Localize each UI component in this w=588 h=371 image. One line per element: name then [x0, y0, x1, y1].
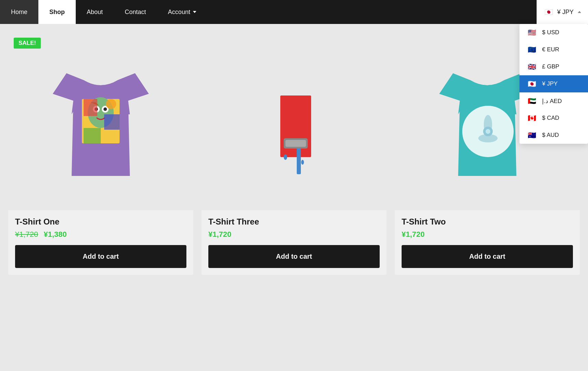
navigation: Home Shop About Contact Account 🇯🇵 ¥ JPY… — [0, 0, 588, 24]
currency-chevron-icon — [578, 11, 581, 13]
selected-currency-flag: 🇯🇵 — [543, 8, 554, 16]
flag-jpy: 🇯🇵 — [526, 80, 537, 88]
nav-contact[interactable]: Contact — [114, 0, 157, 24]
svg-point-22 — [486, 129, 490, 134]
product-card-tshirt-one: SALE! — [8, 32, 193, 275]
product-price-tshirt-three: ¥1,720 — [208, 230, 380, 239]
currency-option-aed[interactable]: 🇦🇪 د.إ AED — [519, 92, 588, 110]
currency-selector-button[interactable]: 🇯🇵 ¥ JPY — [537, 0, 588, 24]
tshirt-one-svg — [46, 46, 156, 196]
svg-point-15 — [301, 160, 304, 165]
currency-option-eur[interactable]: 🇪🇺 € EUR — [519, 41, 588, 58]
shop-grid: SALE! — [0, 24, 588, 283]
product-price-tshirt-two: ¥1,720 — [402, 230, 573, 239]
product-info-tshirt-two: T-Shirt Two ¥1,720 — [395, 210, 580, 245]
add-to-cart-tshirt-one[interactable]: Add to cart — [15, 245, 186, 268]
add-to-cart-tshirt-two[interactable]: Add to cart — [402, 245, 573, 268]
currency-option-aud[interactable]: 🇦🇺 $ AUD — [519, 127, 588, 144]
product-name-tshirt-two: T-Shirt Two — [402, 217, 573, 227]
currency-option-cad[interactable]: 🇨🇦 $ CAD — [519, 110, 588, 127]
svg-rect-11 — [297, 147, 301, 174]
svg-point-5 — [103, 107, 107, 111]
selected-currency-label: ¥ JPY — [557, 9, 574, 16]
nav-shop[interactable]: Shop — [38, 0, 76, 24]
nav-home[interactable]: Home — [0, 0, 38, 24]
product-name-tshirt-three: T-Shirt Three — [208, 217, 380, 227]
svg-rect-13 — [285, 140, 306, 147]
product-card-tshirt-three: T-Shirt Three ¥1,720 Add to cart — [201, 32, 387, 275]
currency-option-gbp[interactable]: 🇬🇧 £ GBP — [519, 58, 588, 75]
product-price-tshirt-one: ¥1,720 ¥1,380 — [15, 230, 186, 239]
svg-rect-6 — [84, 99, 97, 116]
currency-option-jpy[interactable]: 🇯🇵 ¥ JPY — [519, 75, 588, 92]
flag-aud: 🇦🇺 — [526, 131, 537, 139]
sale-price-tshirt-one: ¥1,380 — [44, 230, 66, 239]
svg-rect-7 — [104, 114, 120, 130]
price-tshirt-two: ¥1,720 — [402, 230, 425, 239]
product-info-tshirt-one: T-Shirt One ¥1,720 ¥1,380 — [8, 210, 193, 245]
nav-account[interactable]: Account — [157, 0, 207, 24]
product-image-tshirt-three — [201, 32, 387, 210]
flag-eur: 🇪🇺 — [526, 46, 537, 53]
currency-option-usd[interactable]: 🇺🇸 $ USD — [519, 24, 588, 41]
sale-badge: SALE! — [14, 38, 41, 49]
svg-point-14 — [284, 154, 287, 160]
add-to-cart-tshirt-three[interactable]: Add to cart — [208, 245, 380, 268]
flag-usd: 🇺🇸 — [526, 29, 537, 36]
product-image-tshirt-one: SALE! — [8, 32, 193, 210]
original-price-tshirt-one: ¥1,720 — [15, 230, 38, 239]
flag-gbp: 🇬🇧 — [526, 63, 537, 71]
tshirt-three-svg — [239, 46, 349, 196]
product-name-tshirt-one: T-Shirt One — [15, 217, 186, 227]
flag-aed: 🇦🇪 — [526, 97, 537, 105]
svg-point-9 — [106, 99, 116, 109]
price-tshirt-three: ¥1,720 — [208, 230, 231, 239]
svg-rect-8 — [84, 128, 101, 143]
nav-about[interactable]: About — [76, 0, 114, 24]
currency-dropdown: 🇺🇸 $ USD 🇪🇺 € EUR 🇬🇧 £ GBP 🇯🇵 ¥ JPY 🇦🇪 د… — [519, 24, 588, 144]
product-info-tshirt-three: T-Shirt Three ¥1,720 — [201, 210, 387, 245]
flag-cad: 🇨🇦 — [526, 114, 537, 122]
account-chevron-icon — [193, 11, 196, 13]
